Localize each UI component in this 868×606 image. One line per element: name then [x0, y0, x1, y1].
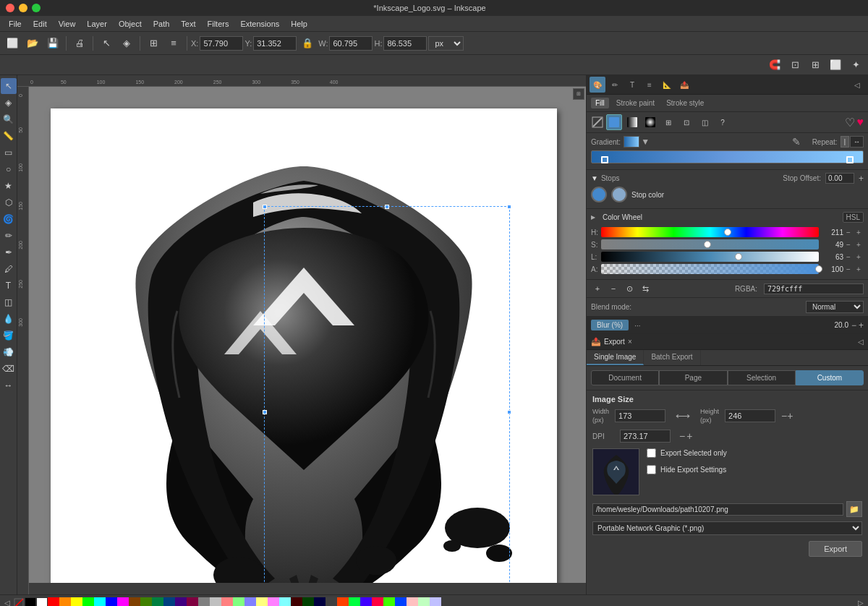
s-dec[interactable]: −: [843, 241, 854, 249]
repeat-none-btn[interactable]: |: [841, 136, 849, 148]
zoom-tool[interactable]: 🔍: [1, 111, 17, 127]
palette-light-magenta[interactable]: [268, 597, 279, 607]
close-window-btn[interactable]: [6, 4, 14, 12]
palette-scroll-right[interactable]: ▷: [855, 597, 867, 607]
palette-green-yellow[interactable]: [349, 597, 360, 607]
menu-layer[interactable]: Layer: [81, 16, 113, 32]
palette-yellow[interactable]: [71, 597, 82, 607]
eraser-tool[interactable]: ⌫: [1, 361, 17, 377]
hide-export-settings-checkbox[interactable]: [647, 465, 656, 474]
node-btn[interactable]: ◈: [117, 34, 136, 53]
menu-help[interactable]: Help: [285, 16, 313, 32]
filepath-input[interactable]: [592, 503, 843, 516]
linear-gradient-btn[interactable]: [624, 114, 640, 130]
export-panel-collapse-icon[interactable]: ◁: [858, 338, 864, 346]
menu-object[interactable]: Object: [113, 16, 148, 32]
heart-icon[interactable]: ♡: [845, 116, 855, 129]
canvas-corner[interactable]: ⊞: [573, 88, 584, 100]
panel-icon-4[interactable]: ≡: [642, 77, 658, 93]
palette-blue[interactable]: [106, 597, 117, 607]
palette-olive[interactable]: [140, 597, 152, 607]
mesh-gradient-btn[interactable]: ⊞: [660, 114, 676, 130]
palette-light-green[interactable]: [233, 597, 244, 607]
w-input[interactable]: [329, 36, 373, 51]
palette-brown[interactable]: [129, 597, 140, 607]
panel-icon-5[interactable]: 📐: [659, 77, 675, 93]
s-slider[interactable]: [601, 239, 819, 249]
stop-offset-inc[interactable]: +: [859, 174, 864, 184]
menu-path[interactable]: Path: [148, 16, 176, 32]
blend-mode-select[interactable]: Normal Multiply Screen Overlay: [806, 301, 864, 313]
export-close-btn[interactable]: ×: [628, 338, 632, 346]
gradient-bar[interactable]: [591, 150, 864, 163]
height-input[interactable]: [725, 409, 775, 422]
dpi-dec-btn[interactable]: −: [679, 430, 685, 442]
palette-gray[interactable]: [198, 597, 210, 607]
snap-toggle[interactable]: 🧲: [765, 56, 784, 74]
palette-light-yellow[interactable]: [256, 597, 268, 607]
palette-light-blue[interactable]: [244, 597, 256, 607]
l-inc[interactable]: +: [854, 253, 864, 261]
save-btn[interactable]: 💾: [43, 34, 62, 53]
star-tool[interactable]: ★: [1, 178, 17, 194]
l-slider[interactable]: [601, 252, 819, 262]
none-color-btn[interactable]: [591, 116, 604, 129]
spray-tool[interactable]: 💨: [1, 344, 17, 360]
menu-filters[interactable]: Filters: [202, 16, 235, 32]
a-thumb[interactable]: [815, 265, 822, 273]
palette-navy[interactable]: [163, 597, 175, 607]
measure-tool[interactable]: 📏: [1, 128, 17, 144]
new-btn[interactable]: ⬜: [3, 34, 22, 53]
palette-lavender[interactable]: [430, 597, 441, 607]
palette-dark-blue[interactable]: [314, 597, 326, 607]
export-selected-checkbox[interactable]: [647, 448, 656, 458]
palette-red-orange[interactable]: [337, 597, 349, 607]
palette-dark-gray[interactable]: [326, 597, 337, 607]
paint-bucket-tool[interactable]: 🪣: [1, 328, 17, 343]
open-btn[interactable]: 📂: [23, 34, 42, 53]
palette-scroll-left[interactable]: ◁: [1, 597, 13, 607]
spiral-tool[interactable]: 🌀: [1, 211, 17, 227]
s-inc[interactable]: +: [854, 241, 864, 249]
custom-export-btn[interactable]: Custom: [796, 370, 864, 385]
minimize-window-btn[interactable]: [19, 4, 27, 12]
selection-export-btn[interactable]: Selection: [728, 370, 796, 385]
palette-magenta[interactable]: [117, 597, 129, 607]
select-tool[interactable]: ↖: [1, 78, 17, 94]
palette-red[interactable]: [48, 597, 59, 607]
blur-options-dots[interactable]: ···: [634, 322, 640, 330]
radial-gradient-btn[interactable]: [642, 114, 658, 130]
gradient-stop-1[interactable]: [601, 156, 608, 163]
menu-extensions[interactable]: Extensions: [234, 16, 285, 32]
pen-tool[interactable]: ✒: [1, 244, 17, 260]
menu-edit[interactable]: Edit: [27, 16, 53, 32]
filetype-select[interactable]: Portable Network Graphic (*.png) JPEG (*…: [592, 521, 862, 535]
h-slider[interactable]: [601, 227, 819, 237]
gradient-stop-2[interactable]: [846, 156, 854, 163]
menu-view[interactable]: View: [53, 16, 82, 32]
h-thumb[interactable]: [724, 229, 731, 236]
palette-teal[interactable]: [152, 597, 163, 607]
panel-icon-6[interactable]: 📤: [676, 77, 692, 93]
palette-azure[interactable]: [395, 597, 407, 607]
palette-silver[interactable]: [210, 597, 221, 607]
stroke-style-tab[interactable]: Stroke style: [662, 98, 708, 108]
a-dec[interactable]: −: [843, 265, 854, 273]
stop-offset-input[interactable]: [825, 173, 854, 184]
export-button[interactable]: Export: [809, 541, 862, 557]
l-dec[interactable]: −: [843, 253, 854, 261]
blur-label[interactable]: Blur (%): [591, 320, 629, 330]
node-tool[interactable]: ◈: [1, 95, 17, 111]
palette-violet[interactable]: [360, 597, 372, 607]
none-color-swatch[interactable]: [13, 597, 25, 607]
palette-pink[interactable]: [407, 597, 418, 607]
stop-color-swatch-1[interactable]: [591, 187, 607, 202]
panel-icon-3[interactable]: T: [624, 77, 640, 93]
connector-tool[interactable]: ↔: [1, 377, 17, 393]
palette-rose[interactable]: [372, 597, 383, 607]
unset-btn[interactable]: ?: [715, 114, 731, 130]
a-inc[interactable]: +: [854, 265, 864, 273]
align-btn[interactable]: ≡: [164, 34, 183, 53]
palette-light-cyan[interactable]: [279, 597, 291, 607]
blur-dec-btn[interactable]: −: [851, 320, 856, 330]
